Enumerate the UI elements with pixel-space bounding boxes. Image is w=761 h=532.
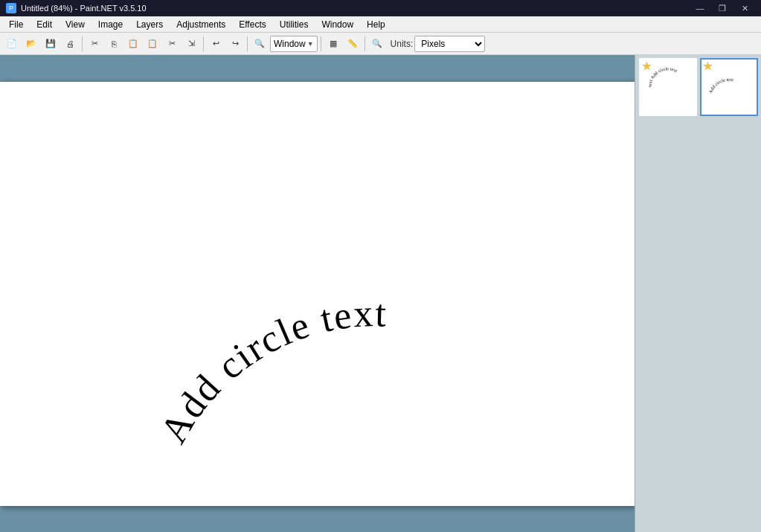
title-bar: P Untitled (84%) - Paint.NET v3.5.10 — ❒… bbox=[0, 0, 761, 16]
menu-bar: File Edit View Image Layers Adjustments … bbox=[0, 16, 761, 33]
redo-button[interactable]: ↪ bbox=[226, 35, 244, 53]
separator4 bbox=[321, 36, 321, 51]
print-button[interactable]: 🖨 bbox=[61, 35, 79, 53]
main-area: Add circle text bbox=[0, 55, 635, 532]
undo-button[interactable]: ↩ bbox=[207, 35, 225, 53]
canvas[interactable]: Add circle text bbox=[0, 82, 635, 506]
thumbnail-1[interactable]: text Add circle text bbox=[639, 58, 697, 116]
thumbnails-bar: text Add circle text Add circle text bbox=[635, 55, 761, 532]
units-label: Units: bbox=[391, 39, 414, 49]
main-toolbar: 📄 📂 💾 🖨 ✂ ⎘ 📋 📋 ✂ ⇲ ↩ ↪ 🔍 Window ▼ ▦ 📏 🔍… bbox=[0, 33, 761, 55]
zoom-out-button[interactable]: 🔍 bbox=[368, 35, 386, 53]
restore-button[interactable]: ❒ bbox=[712, 0, 733, 16]
open-button[interactable]: 📂 bbox=[22, 35, 40, 53]
menu-utilities[interactable]: Utilities bbox=[274, 18, 315, 31]
menu-layers[interactable]: Layers bbox=[130, 18, 169, 31]
thumbnail-2[interactable]: Add circle text bbox=[700, 58, 758, 116]
cut-button[interactable]: ✂ bbox=[86, 35, 103, 53]
copy-button[interactable]: ⎘ bbox=[105, 35, 123, 53]
menu-adjustments[interactable]: Adjustments bbox=[170, 18, 231, 31]
separator1 bbox=[82, 36, 83, 51]
thumbnails-row: text Add circle text Add circle text bbox=[639, 58, 758, 116]
svg-text:text Add circle text: text Add circle text bbox=[647, 66, 678, 87]
ruler-button[interactable]: 📏 bbox=[344, 35, 362, 53]
menu-view[interactable]: View bbox=[60, 18, 91, 31]
resize-button[interactable]: ⇲ bbox=[182, 35, 200, 53]
close-button[interactable]: ✕ bbox=[734, 0, 755, 16]
menu-edit[interactable]: Edit bbox=[30, 18, 58, 31]
menu-effects[interactable]: Effects bbox=[233, 18, 272, 31]
menu-help[interactable]: Help bbox=[361, 18, 391, 31]
svg-text:Add circle text: Add circle text bbox=[707, 77, 733, 94]
svg-text:Add circle text: Add circle text bbox=[152, 292, 388, 450]
canvas-svg: Add circle text bbox=[0, 82, 635, 506]
new-button[interactable]: 📄 bbox=[3, 35, 21, 53]
window-dropdown[interactable]: Window ▼ bbox=[270, 36, 318, 52]
units-select[interactable]: Pixels Inches Centimeters bbox=[414, 36, 485, 52]
minimize-button[interactable]: — bbox=[690, 0, 710, 16]
paste2-button[interactable]: 📋 bbox=[144, 35, 161, 53]
paste-button[interactable]: 📋 bbox=[124, 35, 142, 53]
menu-image[interactable]: Image bbox=[92, 18, 129, 31]
zoom-fit-button[interactable]: 🔍 bbox=[251, 35, 269, 53]
separator2 bbox=[203, 36, 204, 51]
save-button[interactable]: 💾 bbox=[42, 35, 60, 53]
separator3 bbox=[247, 36, 248, 51]
window-title: Untitled (84%) - Paint.NET v3.5.10 bbox=[21, 4, 147, 13]
dropdown-arrow: ▼ bbox=[307, 40, 314, 48]
separator5 bbox=[365, 36, 365, 51]
crop-button[interactable]: ✂ bbox=[163, 35, 181, 53]
grid-button[interactable]: ▦ bbox=[324, 35, 342, 53]
menu-window[interactable]: Window bbox=[315, 18, 359, 31]
window-controls: — ❒ ✕ bbox=[690, 0, 755, 16]
menu-file[interactable]: File bbox=[3, 18, 29, 31]
app-icon: P bbox=[6, 3, 16, 13]
